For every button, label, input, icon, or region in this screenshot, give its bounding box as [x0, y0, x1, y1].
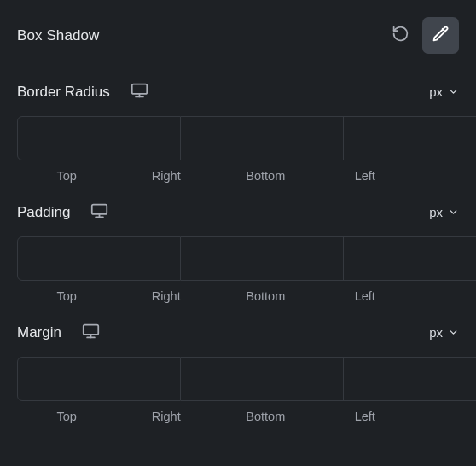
padding-right-input[interactable] — [181, 236, 344, 281]
desktop-icon — [82, 322, 100, 343]
margin-right-input[interactable] — [181, 357, 344, 401]
label-left: Left — [316, 169, 415, 183]
responsive-button[interactable] — [90, 201, 108, 223]
label-top: Top — [17, 410, 117, 423]
border-radius-inputs — [17, 116, 459, 160]
padding-inputs — [17, 236, 459, 281]
border-radius-right-input[interactable] — [181, 116, 344, 160]
unit-label: px — [429, 84, 443, 99]
margin-inputs — [17, 357, 459, 401]
padding-header-left: Padding — [17, 201, 108, 223]
padding-labels: Top Right Bottom Left — [17, 289, 459, 303]
pencil-icon — [432, 25, 450, 46]
border-radius-labels: Top Right Bottom Left — [17, 169, 459, 183]
label-bottom: Bottom — [216, 169, 316, 183]
border-radius-title: Border Radius — [17, 84, 110, 101]
border-radius-header: Border Radius px — [17, 81, 459, 102]
label-right: Right — [117, 410, 217, 423]
label-bottom: Bottom — [216, 289, 316, 303]
label-left: Left — [316, 289, 415, 303]
margin-title: Margin — [17, 324, 61, 341]
responsive-button[interactable] — [131, 81, 148, 102]
padding-top-input[interactable] — [17, 236, 181, 281]
border-radius-unit-selector[interactable]: px — [429, 84, 459, 99]
reset-button[interactable] — [388, 24, 412, 48]
desktop-icon — [90, 201, 108, 223]
unit-label: px — [429, 205, 443, 219]
reset-icon — [392, 25, 409, 46]
margin-bottom-input[interactable] — [344, 357, 476, 401]
border-radius-top-input[interactable] — [17, 116, 181, 160]
margin-header-left: Margin — [17, 322, 100, 343]
chevron-down-icon — [448, 207, 459, 218]
margin-top-input[interactable] — [17, 357, 181, 401]
edit-button[interactable] — [422, 17, 459, 54]
responsive-button[interactable] — [82, 322, 100, 343]
padding-section: Padding px — [17, 201, 459, 303]
svg-rect-0 — [131, 84, 147, 94]
margin-unit-selector[interactable]: px — [429, 325, 459, 340]
desktop-icon — [131, 81, 148, 102]
border-radius-section: Border Radius px — [17, 81, 459, 183]
label-right: Right — [117, 289, 217, 303]
padding-header: Padding px — [17, 201, 459, 223]
padding-title: Padding — [17, 204, 70, 221]
border-radius-bottom-input[interactable] — [344, 116, 476, 160]
box-shadow-actions — [388, 17, 459, 54]
label-right: Right — [117, 169, 217, 183]
margin-labels: Top Right Bottom Left — [17, 410, 459, 423]
margin-section: Margin px — [17, 322, 459, 423]
box-shadow-title: Box Shadow — [17, 27, 99, 44]
padding-bottom-input[interactable] — [344, 236, 476, 281]
label-bottom: Bottom — [216, 410, 316, 423]
svg-rect-6 — [84, 325, 99, 335]
margin-header: Margin px — [17, 322, 459, 343]
chevron-down-icon — [448, 86, 459, 97]
svg-rect-3 — [92, 205, 107, 214]
label-left: Left — [316, 410, 415, 423]
unit-label: px — [429, 325, 443, 340]
chevron-down-icon — [448, 327, 459, 338]
border-radius-header-left: Border Radius — [17, 81, 148, 102]
label-top: Top — [17, 289, 117, 303]
padding-unit-selector[interactable]: px — [429, 205, 459, 219]
box-shadow-header: Box Shadow — [17, 17, 459, 54]
label-top: Top — [17, 169, 117, 183]
